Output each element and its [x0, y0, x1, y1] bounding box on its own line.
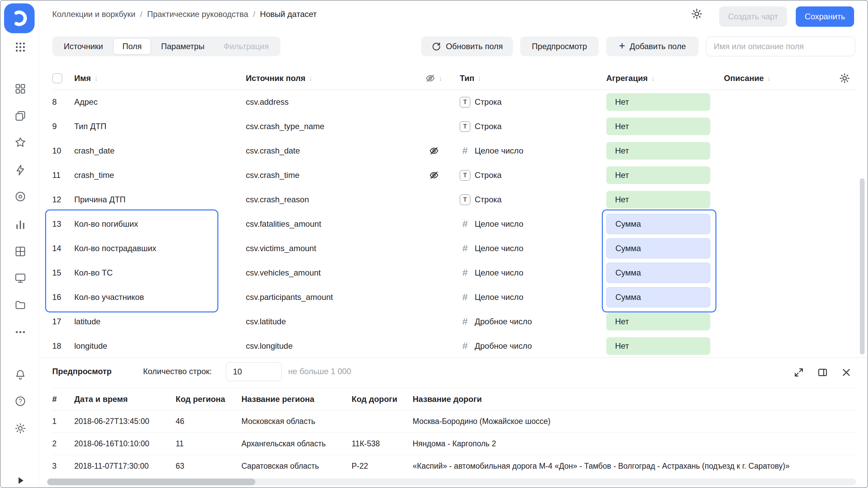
- favorites-star-icon[interactable]: [14, 136, 27, 149]
- horizontal-scrollbar[interactable]: [47, 479, 856, 485]
- workbooks-icon[interactable]: [14, 109, 27, 123]
- editor-monitor-icon[interactable]: [14, 271, 27, 285]
- preview-cell: 11: [176, 439, 241, 448]
- field-name[interactable]: Кол-во погибших: [74, 219, 246, 229]
- field-name[interactable]: Тип ДТП: [74, 122, 246, 131]
- select-all-checkbox[interactable]: [52, 73, 62, 83]
- dataset-settings-gear-icon[interactable]: [690, 7, 704, 21]
- horizontal-scrollbar-thumb[interactable]: [47, 479, 255, 485]
- field-name[interactable]: crash_date: [74, 146, 246, 156]
- field-name[interactable]: Кол-во пострадавших: [74, 244, 246, 253]
- field-aggregation-cell: Нет: [606, 166, 716, 184]
- preview-cell: 46: [176, 417, 241, 426]
- preview-row: 32018-11-07T17:30:0063Саратовская област…: [52, 455, 856, 477]
- aggregation-badge[interactable]: Сумма: [606, 263, 710, 283]
- field-type-label: Строка: [475, 97, 501, 107]
- field-row[interactable]: 11crash_timecsv.crash_timeTСтрокаНет: [52, 163, 856, 187]
- field-name[interactable]: crash_time: [74, 170, 246, 180]
- preview-column-header: Дата и время: [74, 394, 176, 404]
- close-preview-icon[interactable]: [840, 366, 853, 379]
- storage-folder-icon[interactable]: [14, 298, 27, 312]
- field-name[interactable]: Кол-во ТС: [74, 268, 246, 278]
- preview-cell: 2018-06-16T10:10:00: [74, 439, 176, 448]
- field-row[interactable]: 17latitudecsv.latitude#Дробное числоНет: [52, 309, 856, 334]
- field-source: csv.vehicles_amount: [246, 268, 416, 278]
- aggregation-badge[interactable]: Нет: [606, 118, 710, 135]
- column-header-type[interactable]: Тип: [460, 74, 474, 83]
- save-button[interactable]: Сохранить: [796, 6, 854, 27]
- notifications-bell-icon[interactable]: [14, 368, 27, 382]
- preview-button[interactable]: Предпросмотр: [520, 37, 599, 56]
- datalens-logo-icon[interactable]: [4, 3, 35, 33]
- field-search-input[interactable]: [706, 42, 855, 51]
- field-row[interactable]: 16Кол-во участниковcsv.participants_amou…: [52, 285, 856, 309]
- column-header-description[interactable]: Описание: [724, 74, 764, 83]
- preview-layout-icon[interactable]: [816, 366, 829, 379]
- sort-icon[interactable]: ↓: [651, 74, 655, 83]
- breadcrumb-item[interactable]: Практические руководства: [147, 9, 248, 19]
- field-type: #Дробное число: [452, 316, 606, 327]
- tab-Параметры[interactable]: Параметры: [152, 39, 213, 54]
- sort-icon[interactable]: ↓: [94, 74, 98, 83]
- more-ellipsis-icon[interactable]: [14, 325, 27, 339]
- eye-off-icon[interactable]: [429, 170, 439, 180]
- sort-icon[interactable]: ↓: [439, 74, 442, 83]
- aggregation-badge[interactable]: Нет: [606, 191, 710, 208]
- aggregation-badge[interactable]: Нет: [606, 142, 710, 160]
- aggregation-badge[interactable]: Нет: [606, 166, 710, 184]
- column-header-source[interactable]: Источник поля: [246, 74, 305, 83]
- field-row[interactable]: 12Причина ДТПcsv.crash_reasonTСтрокаНет: [52, 187, 856, 212]
- add-field-button[interactable]: + Добавить поле: [606, 37, 698, 56]
- column-header-name[interactable]: Имя: [74, 74, 91, 83]
- field-number: 11: [52, 170, 74, 180]
- aggregation-badge[interactable]: Сумма: [606, 214, 710, 234]
- field-row[interactable]: 10crash_datecsv.crash_date#Целое числоНе…: [52, 139, 856, 163]
- field-row[interactable]: 13Кол-во погибшихcsv.fatalities_amount#Ц…: [52, 212, 856, 236]
- charts-icon[interactable]: [14, 218, 27, 231]
- field-search: [706, 37, 855, 56]
- field-type-label: Строка: [475, 195, 501, 204]
- apps-grid-icon[interactable]: [14, 40, 27, 54]
- field-name[interactable]: latitude: [74, 317, 246, 326]
- help-icon[interactable]: ?: [14, 394, 27, 408]
- field-hidden-cell[interactable]: [416, 146, 452, 156]
- settings-gear-icon[interactable]: [14, 422, 27, 435]
- row-count-input[interactable]: [226, 362, 282, 381]
- aggregation-badge[interactable]: Нет: [606, 337, 710, 355]
- eye-off-icon[interactable]: [429, 146, 439, 156]
- tables-icon[interactable]: [14, 245, 27, 258]
- field-row[interactable]: 18longitudecsv.longitude#Дробное числоНе…: [52, 334, 856, 358]
- aggregation-badge[interactable]: Сумма: [606, 287, 710, 307]
- aggregation-badge[interactable]: Нет: [606, 93, 710, 111]
- collapse-sidebar-icon[interactable]: [14, 474, 27, 487]
- field-name[interactable]: Кол-во участников: [74, 292, 246, 302]
- field-name[interactable]: Причина ДТП: [74, 195, 246, 204]
- field-row[interactable]: 14Кол-во пострадавшихcsv.victims_amount#…: [52, 236, 856, 261]
- field-name[interactable]: longitude: [74, 341, 246, 351]
- connections-lightning-icon[interactable]: [14, 163, 27, 177]
- expand-preview-icon[interactable]: [792, 366, 806, 379]
- field-row[interactable]: 15Кол-во ТСcsv.vehicles_amount#Целое чис…: [52, 261, 856, 285]
- collections-icon[interactable]: [14, 82, 27, 96]
- aggregation-badge[interactable]: Нет: [606, 313, 710, 330]
- vertical-scrollbar-thumb[interactable]: [860, 178, 865, 354]
- sort-icon[interactable]: ↓: [767, 74, 771, 83]
- field-name[interactable]: Адрес: [74, 97, 246, 107]
- tab-Поля[interactable]: Поля: [113, 38, 151, 55]
- table-settings-gear-icon[interactable]: [839, 73, 850, 84]
- tab-Источники[interactable]: Источники: [55, 39, 112, 54]
- preview-cell: Саратовская область: [241, 462, 352, 471]
- field-aggregation-cell: Нет: [606, 337, 716, 355]
- field-row[interactable]: 9Тип ДТПcsv.crash_type_nameTСтрокаНет: [52, 114, 856, 139]
- hidden-column-eye-off-icon[interactable]: [425, 73, 435, 83]
- breadcrumb-item[interactable]: Коллекции и воркбуки: [52, 9, 135, 19]
- field-row[interactable]: 8Адресcsv.addressTСтрокаНет: [52, 90, 856, 114]
- sort-icon[interactable]: ↓: [309, 74, 313, 83]
- column-header-aggregation[interactable]: Агрегация: [606, 74, 648, 83]
- preview-cell: Московская область: [241, 417, 352, 426]
- aggregation-badge[interactable]: Сумма: [606, 238, 710, 259]
- field-hidden-cell[interactable]: [416, 170, 452, 180]
- refresh-fields-button[interactable]: Обновить поля: [421, 37, 513, 56]
- sort-icon[interactable]: ↓: [478, 74, 481, 83]
- datasets-disc-icon[interactable]: [14, 190, 27, 203]
